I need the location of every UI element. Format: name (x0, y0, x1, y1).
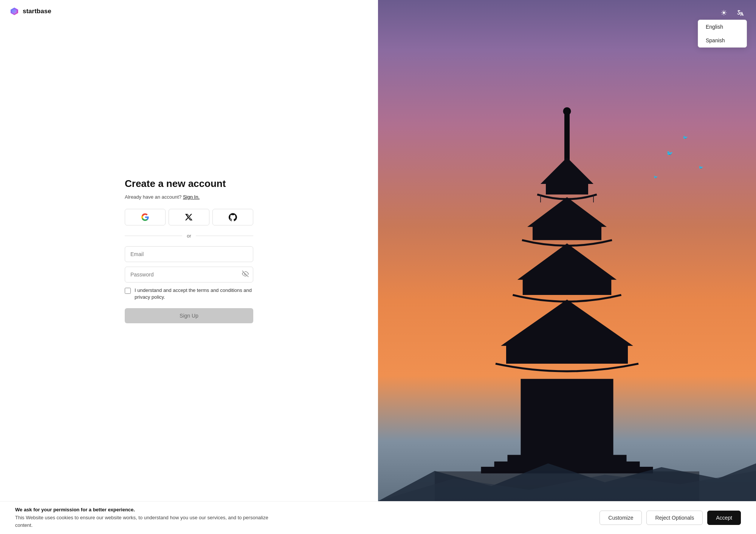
toggle-password-icon[interactable] (242, 270, 249, 279)
right-panel: ☀ English Spanish 🐦 (378, 0, 756, 501)
cookie-text-area: We ask for your permission for a better … (15, 507, 280, 529)
language-option-english[interactable]: English (698, 20, 747, 34)
social-buttons (125, 209, 253, 225)
cookie-description: This Website uses cookies to ensure our … (15, 514, 280, 529)
divider-line-right (196, 236, 253, 236)
google-icon (141, 213, 149, 221)
logo[interactable]: startbase (9, 6, 51, 17)
signin-link[interactable]: Sign In. (183, 194, 200, 200)
or-text: or (187, 233, 191, 239)
theme-toggle-button[interactable]: ☀ (718, 6, 730, 20)
customize-button[interactable]: Customize (600, 511, 642, 525)
email-group (125, 246, 253, 262)
translate-icon (736, 9, 745, 17)
form-container: Create a new account Already have an acc… (125, 178, 253, 323)
password-group (125, 267, 253, 282)
form-area: Create a new account Already have an acc… (0, 0, 378, 501)
header: startbase (0, 0, 378, 23)
pagoda-illustration (435, 105, 699, 501)
form-title: Create a new account (125, 178, 253, 190)
svg-point-2 (563, 107, 571, 115)
signin-prompt: Already have an account? Sign In. (125, 194, 253, 200)
page-wrapper: startbase Create a new account Already h… (0, 0, 756, 534)
right-panel-header: ☀ English Spanish (709, 0, 756, 26)
svg-marker-9 (501, 299, 633, 346)
svg-marker-3 (541, 157, 593, 184)
svg-marker-5 (527, 197, 607, 227)
terms-label[interactable]: I understand and accept the terms and co… (135, 287, 253, 301)
terms-checkbox[interactable] (125, 288, 131, 294)
reject-optionals-button[interactable]: Reject Optionals (646, 511, 703, 525)
google-button[interactable] (125, 209, 166, 225)
twitter-button[interactable] (169, 209, 209, 225)
language-option-spanish[interactable]: Spanish (698, 34, 747, 47)
svg-rect-1 (564, 111, 570, 164)
logo-text: startbase (23, 8, 51, 15)
mountain-silhouette (378, 456, 756, 501)
cookie-banner: We ask for your permission for a better … (0, 501, 756, 534)
terms-row: I understand and accept the terms and co… (125, 287, 253, 301)
or-divider: or (125, 233, 253, 239)
language-dropdown: English Spanish (698, 20, 747, 48)
signup-button[interactable]: Sign Up (125, 308, 253, 323)
cookie-actions: Customize Reject Optionals Accept (600, 511, 741, 525)
github-icon (229, 213, 237, 221)
github-button[interactable] (212, 209, 253, 225)
password-input[interactable] (125, 267, 253, 282)
cookie-title: We ask for your permission for a better … (15, 507, 280, 512)
svg-rect-6 (533, 225, 601, 240)
language-toggle-button[interactable] (734, 6, 747, 19)
accept-button[interactable]: Accept (707, 511, 741, 525)
divider-line-left (125, 236, 182, 236)
email-input[interactable] (125, 246, 253, 262)
logo-icon (9, 6, 20, 17)
svg-rect-8 (523, 278, 612, 295)
svg-rect-10 (506, 344, 628, 364)
svg-rect-4 (546, 183, 588, 195)
main-content: startbase Create a new account Already h… (0, 0, 756, 501)
svg-rect-11 (521, 379, 613, 458)
pagoda-background: 🐦 🐦 🐦 🐦 (378, 0, 756, 501)
svg-marker-7 (517, 244, 617, 280)
twitter-x-icon (185, 213, 193, 221)
left-panel: startbase Create a new account Already h… (0, 0, 378, 501)
